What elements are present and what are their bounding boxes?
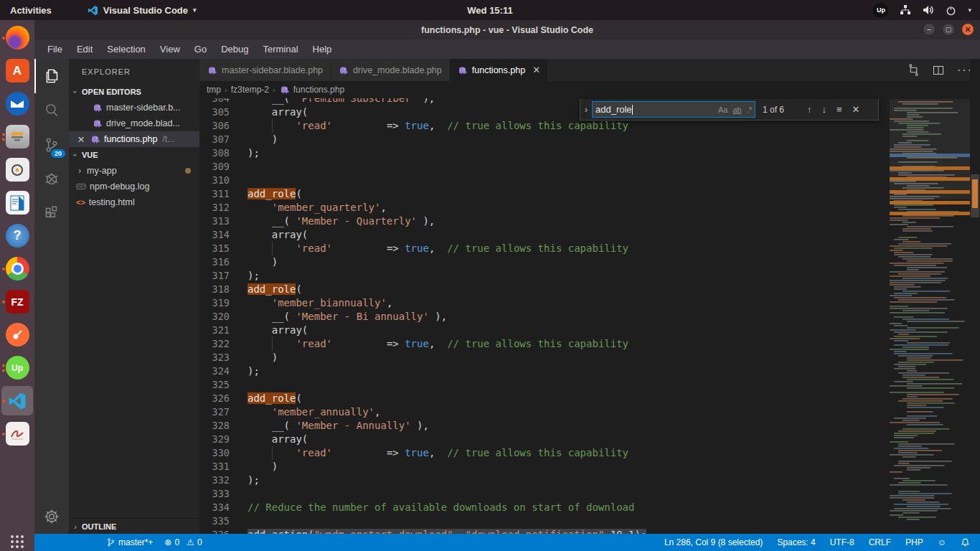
dock-vscode[interactable] [1, 386, 33, 415]
find-in-selection-icon[interactable]: ≡ [837, 104, 842, 115]
match-case-icon[interactable]: Aa [718, 105, 727, 114]
power-tray-icon[interactable] [946, 5, 956, 16]
regex-icon[interactable]: .* [747, 105, 752, 114]
dock-filezilla[interactable]: FZ [1, 287, 33, 316]
tree-item-testing.html[interactable]: <>testing.html [69, 194, 199, 210]
open-changes-icon[interactable] [908, 64, 920, 76]
close-find-icon[interactable]: ✕ [852, 104, 860, 115]
show-applications-button[interactable] [0, 532, 34, 551]
code-line[interactable]: 318add_role( [199, 283, 890, 296]
code-line[interactable]: 313 __( 'Member - Quarterly' ), [199, 215, 890, 228]
tab-functions.php[interactable]: functions.php✕ [450, 59, 548, 81]
breadcrumb-item-fz3temp-2[interactable]: fz3temp-2 [231, 85, 269, 95]
code-line[interactable]: 334// Reduce the number of available dow… [199, 501, 890, 514]
next-match-icon[interactable]: ↓ [822, 104, 827, 115]
code-line[interactable]: 316 ) [199, 255, 890, 269]
maximize-button[interactable]: ▢ [942, 23, 955, 36]
tab-master-sidebar.blade.php[interactable]: master-sidebar.blade.php [199, 59, 331, 81]
breadcrumb-item-tmp[interactable]: tmp [207, 85, 221, 95]
dock-rhythmbox[interactable] [1, 155, 33, 184]
explorer-icon[interactable] [34, 59, 69, 93]
network-tray-icon[interactable] [900, 5, 911, 15]
tab-close-icon[interactable]: ✕ [532, 65, 540, 75]
code-line[interactable]: 308); [199, 146, 890, 160]
code-line[interactable]: 312 'member_quarterly', [199, 201, 890, 215]
source-control-icon[interactable]: 20 [34, 128, 69, 162]
git-branch-item[interactable]: master*+ [106, 537, 153, 547]
feedback-smiley-icon[interactable]: ☺ [938, 537, 946, 547]
settings-gear-icon[interactable] [34, 502, 69, 531]
breadcrumb-item-functions.php[interactable]: functions.php [293, 85, 344, 95]
menu-go[interactable]: Go [187, 39, 214, 59]
code-line[interactable]: 327 'member_annually', [199, 405, 890, 419]
menu-debug[interactable]: Debug [214, 39, 255, 59]
code-line[interactable]: 310 [199, 174, 890, 187]
dock-ubuntu-software[interactable]: A [1, 56, 33, 85]
open-editor-master-sidebar.b...[interactable]: master-sidebar.b... [69, 100, 199, 116]
cursor-position-item[interactable]: Ln 286, Col 9 (8 selected) [664, 537, 763, 547]
dock-chrome[interactable] [1, 254, 33, 283]
tab-drive_mode.blade.php[interactable]: drive_mode.blade.php [331, 59, 450, 81]
code-line[interactable]: 322 'read' => true, // true allows this … [199, 337, 890, 351]
code-line[interactable]: 315 'read' => true, // true allows this … [199, 242, 890, 255]
upwork-tray-icon[interactable]: Up [873, 3, 888, 18]
extensions-icon[interactable] [34, 197, 69, 231]
split-editor-icon[interactable] [933, 65, 944, 76]
code-editor[interactable]: 304 __( 'Premium Subscriber' ),305 array… [199, 92, 890, 542]
menu-file[interactable]: File [40, 39, 70, 59]
debug-icon[interactable] [34, 162, 69, 197]
menu-selection[interactable]: Selection [100, 39, 152, 59]
activities-button[interactable]: Activities [10, 5, 52, 16]
system-menu-caret-icon[interactable]: ▾ [968, 6, 971, 14]
tree-item-npm-debug.log[interactable]: npm-debug.log [69, 179, 199, 194]
dock-sketch-app[interactable] [1, 419, 33, 448]
dock-upwork[interactable]: Up [1, 353, 33, 382]
breadcrumb[interactable]: tmp›fz3temp-2›functions.php [199, 81, 890, 98]
code-line[interactable]: 314 array( [199, 228, 890, 242]
open-editor-drive_mode.blad...[interactable]: drive_mode.blad... [69, 116, 199, 131]
find-input[interactable]: add_role Aa ab .* [592, 101, 755, 118]
code-line[interactable]: 330 'read' => true, // true allows this … [199, 446, 890, 460]
language-item[interactable]: PHP [905, 537, 923, 547]
close-editor-icon[interactable]: ✕ [76, 134, 86, 145]
close-button[interactable]: ✕ [961, 23, 974, 36]
dock-help[interactable]: ? [1, 221, 33, 250]
app-menu[interactable]: Visual Studio Code ▾ [88, 5, 197, 16]
code-line[interactable]: 332); [199, 474, 890, 487]
code-line[interactable]: 317); [199, 269, 890, 283]
menu-help[interactable]: Help [306, 39, 339, 59]
eol-item[interactable]: CRLF [869, 537, 891, 547]
outline-header[interactable]: › OUTLINE [69, 518, 199, 534]
code-line[interactable]: 325 [199, 378, 890, 392]
window-titlebar[interactable]: functions.php - vue - Visual Studio Code… [34, 20, 980, 39]
menu-view[interactable]: View [153, 39, 187, 59]
minimap[interactable] [890, 98, 970, 534]
notifications-bell-icon[interactable] [961, 537, 970, 547]
code-line[interactable]: 323 ) [199, 351, 890, 364]
code-line[interactable]: 328 __( 'Member - Annually' ), [199, 419, 890, 433]
code-line[interactable]: 306 'read' => true, // true allows this … [199, 119, 890, 133]
code-line[interactable]: 309 [199, 160, 890, 174]
indentation-item[interactable]: Spaces: 4 [777, 537, 815, 547]
dock-thunderbird[interactable] [1, 89, 33, 118]
encoding-item[interactable]: UTF-8 [830, 537, 854, 547]
code-line[interactable]: 324); [199, 364, 890, 378]
project-section-header[interactable]: › VUE [69, 147, 199, 163]
code-line[interactable]: 333 [199, 487, 890, 501]
menu-terminal[interactable]: Terminal [255, 39, 305, 59]
search-icon[interactable] [34, 93, 69, 128]
problems-item[interactable]: ⊗0 ⚠0 [164, 537, 202, 547]
code-line[interactable]: 311add_role( [199, 187, 890, 201]
dock-libreoffice-writer[interactable] [1, 188, 33, 217]
find-expand-icon[interactable]: › [580, 105, 592, 115]
scrollbar[interactable] [970, 59, 980, 534]
code-line[interactable]: 326add_role( [199, 392, 890, 405]
menu-edit[interactable]: Edit [70, 39, 100, 59]
open-editors-header[interactable]: › OPEN EDITORS [69, 84, 199, 100]
volume-tray-icon[interactable] [923, 5, 934, 15]
whole-word-icon[interactable]: ab [732, 105, 741, 114]
tree-item-my-app[interactable]: ›my-app [69, 163, 199, 179]
minimize-button[interactable]: − [923, 23, 936, 36]
dock-files[interactable] [1, 122, 33, 151]
dock-firefox[interactable] [1, 23, 33, 52]
